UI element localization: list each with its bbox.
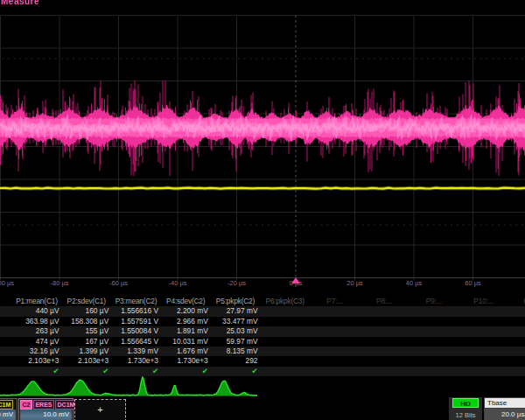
c2-descriptor-box[interactable]: C2 ERES DC1M 10.0 mV — [18, 398, 74, 420]
c2-channel-chip: C2 — [20, 400, 32, 410]
status-check-icon: ✔ — [111, 367, 158, 376]
time-tick-label: -100 µs — [0, 279, 14, 287]
graticule — [0, 16, 525, 281]
c1-descriptor-box[interactable]: DC1M 10.0 mV — [0, 398, 18, 420]
measurement-value — [508, 306, 525, 316]
measurement-value: 440 µV — [12, 306, 60, 316]
measurement-value: 1.556616 V — [111, 306, 158, 316]
measurement-value: 160 µV — [61, 306, 108, 316]
status-empty — [410, 367, 457, 376]
measurement-value: 59.97 mV — [211, 337, 258, 346]
measurement-value — [310, 317, 357, 326]
measurement-header[interactable]: P10:... — [458, 297, 508, 306]
measurement-value — [260, 346, 307, 356]
measurement-value: 1.676 mV — [161, 346, 208, 356]
measurement-value — [310, 306, 357, 316]
measurement-header[interactable]: P7:... — [310, 297, 360, 306]
measurement-value — [410, 306, 457, 316]
status-check-icon: ✔ — [61, 367, 108, 376]
measurement-value — [458, 306, 506, 316]
measurement-value: 2.103e+3 — [61, 356, 108, 366]
time-tick-label: 20 µs — [346, 279, 363, 287]
time-tick-label: 60 µs — [465, 279, 481, 287]
measurement-value — [260, 337, 307, 346]
status-empty — [508, 367, 525, 376]
measurement-header[interactable]: P2:sdev(C1) — [61, 297, 111, 306]
measurement-column: P11:... — [508, 297, 525, 377]
measurement-value: 10.031 mV — [161, 337, 208, 346]
measurement-column: P7:... — [310, 297, 360, 377]
measurement-value — [260, 306, 307, 316]
measurement-value: 474 µV — [12, 337, 60, 346]
measurement-header[interactable]: P6:pkpk(C3) — [260, 297, 310, 306]
timebase-descriptor-box[interactable]: Tbase 20.0 µs/div — [484, 397, 525, 420]
measurement-header[interactable]: P3:mean(C2) — [111, 297, 161, 306]
measurement-value — [410, 356, 457, 366]
measurement-value: 167 µV — [61, 337, 108, 346]
measurement-value: 2.966 mV — [161, 317, 208, 326]
time-tick-label: 40 µs — [406, 279, 423, 287]
measurement-value — [508, 337, 525, 346]
measurement-value: 8.135 mV — [211, 346, 258, 356]
measurement-value — [360, 326, 407, 336]
measurement-column: P8:... — [360, 297, 410, 377]
oscilloscope-screen: { "top_status": { "label": "Measure" }, … — [0, 0, 525, 420]
time-tick-label: -40 µs — [169, 279, 187, 287]
measurement-value — [508, 326, 525, 336]
measurement-header[interactable]: P4:sdev(C2) — [161, 297, 211, 306]
measurement-value: 263 µV — [12, 326, 60, 336]
hd-bits-label: 12 Bits — [449, 411, 482, 419]
measurement-value — [310, 326, 357, 336]
measurement-value — [260, 356, 307, 366]
measurement-value — [260, 326, 307, 336]
status-check-icon: ✔ — [211, 367, 258, 376]
measurement-value: 1.339 mV — [111, 346, 158, 356]
measurement-header[interactable]: P9:... — [410, 297, 459, 306]
add-trace-button[interactable]: + — [74, 399, 126, 420]
measurement-column: P10:... — [458, 297, 508, 377]
measurement-value: 1.556645 V — [111, 337, 158, 346]
trigger-position-marker[interactable] — [291, 277, 300, 284]
measurement-header[interactable]: P8:... — [360, 297, 410, 306]
measurement-column: P1:mean(C1)440 µV363.98 µV263 µV474 µV32… — [12, 297, 62, 377]
measurement-header[interactable]: P5:pkpk(C2) — [211, 297, 261, 306]
measurement-value: 27.97 mV — [211, 306, 258, 316]
c1-coupling-tag: DC1M — [0, 400, 13, 410]
time-tick-label: -20 µs — [228, 279, 246, 287]
measurement-value — [310, 356, 357, 366]
status-check-icon: ✔ — [161, 367, 208, 376]
measurement-value — [410, 337, 457, 346]
measurement-column: P6:pkpk(C3) — [260, 297, 310, 377]
measurement-column: P5:pkpk(C2)27.97 mV33.477 mV25.03 mV59.9… — [211, 297, 261, 377]
time-tick-label: -80 µs — [51, 279, 69, 287]
measurement-value: 363.98 µV — [12, 317, 60, 326]
measurement-value: 2.103e+3 — [12, 356, 60, 366]
time-tick-label: -60 µs — [109, 279, 128, 287]
traces — [0, 80, 525, 189]
acquisition-mode-panel[interactable]: HD 12 Bits — [449, 397, 482, 420]
plus-icon: + — [97, 404, 102, 415]
measurement-value — [360, 337, 407, 346]
measurement-value — [508, 317, 525, 326]
measurement-value: 2.200 mV — [161, 306, 208, 316]
measurement-value — [310, 346, 357, 356]
measurement-value: 32.16 µV — [12, 346, 60, 356]
status-empty — [260, 367, 307, 376]
measurement-value: 1.891 mV — [161, 326, 208, 336]
measurement-value — [260, 317, 307, 326]
measurement-value — [360, 346, 407, 356]
timebase-label: Tbase — [485, 398, 525, 408]
c1-vdiv-value: 10.0 mV — [0, 410, 16, 420]
measurement-header[interactable]: P1:mean(C1) — [12, 297, 62, 306]
measurement-value: 1.399 µV — [61, 346, 108, 356]
measurement-value: 1.550084 V — [111, 326, 158, 336]
measurement-value — [360, 356, 407, 366]
measurement-value — [410, 326, 457, 336]
c2-vdiv-value: 10.0 mV — [20, 410, 72, 420]
measurement-value — [410, 346, 457, 356]
measurement-value — [310, 337, 357, 346]
c2-eres-tag: ERES — [33, 400, 54, 410]
measurement-value: 1.730e+3 — [111, 356, 158, 366]
measurement-header[interactable]: P11:... — [508, 297, 525, 306]
measurement-value — [410, 317, 457, 326]
